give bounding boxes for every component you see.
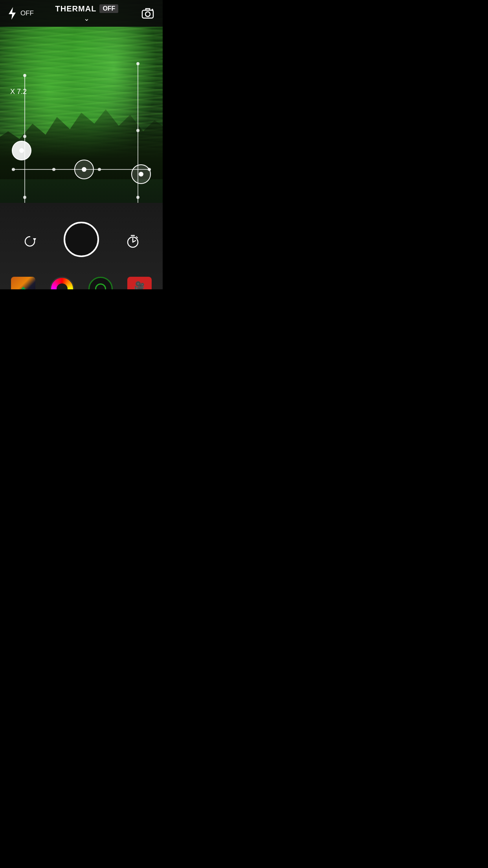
thermal-mode-selector[interactable]: THERMAL OFF ⌄ bbox=[55, 4, 119, 23]
thermal-badge: OFF bbox=[99, 4, 118, 13]
left-slider-thumb[interactable] bbox=[12, 141, 31, 160]
timer-icon bbox=[125, 234, 141, 249]
top-bar: OFF THERMAL OFF ⌄ bbox=[0, 0, 163, 27]
track-dot bbox=[23, 135, 26, 138]
rotate-icon bbox=[22, 234, 38, 249]
thermal-title: THERMAL OFF bbox=[55, 4, 119, 13]
gallery-thumbnail[interactable]: 🌲 bbox=[11, 277, 35, 289]
horizontal-slider-thumb[interactable] bbox=[74, 160, 94, 179]
sliders-overlay: X 7.2 bbox=[0, 27, 163, 203]
camera-switch-button[interactable] bbox=[140, 6, 156, 21]
chevron-down-icon: ⌄ bbox=[84, 14, 90, 23]
shutter-button[interactable] bbox=[64, 222, 99, 257]
camera-flip-icon bbox=[141, 6, 155, 20]
app: OFF THERMAL OFF ⌄ X 7.2 bbox=[0, 0, 163, 289]
track-dot bbox=[23, 74, 26, 77]
track-dot bbox=[23, 196, 26, 199]
track-dot bbox=[136, 129, 139, 132]
track-dot bbox=[136, 62, 139, 65]
svg-line-7 bbox=[136, 237, 138, 238]
video-button[interactable]: 🎥 <> bbox=[127, 277, 152, 289]
horizontal-slider-track[interactable] bbox=[12, 169, 151, 170]
shutter-area bbox=[56, 210, 107, 273]
live-indicator bbox=[95, 283, 106, 289]
video-camera-icon: 🎥 bbox=[134, 281, 145, 289]
flash-group[interactable]: OFF bbox=[7, 7, 34, 20]
track-dot bbox=[136, 196, 139, 199]
h-track-dot bbox=[12, 168, 15, 171]
timer-button[interactable] bbox=[123, 232, 143, 251]
bottom-controls: 🌲 🎥 <> bbox=[0, 203, 163, 289]
svg-point-2 bbox=[145, 12, 150, 17]
tree-icon: 🌲 bbox=[17, 286, 30, 289]
controls-top-row bbox=[0, 203, 163, 273]
h-track-dot bbox=[52, 168, 55, 171]
color-wheel-inner bbox=[57, 283, 68, 289]
svg-marker-0 bbox=[9, 7, 16, 20]
thermal-text: THERMAL bbox=[55, 4, 97, 13]
flash-icon bbox=[7, 7, 17, 20]
color-wheel-button[interactable] bbox=[50, 277, 74, 289]
h-track-dot bbox=[148, 168, 151, 171]
live-button[interactable] bbox=[88, 277, 113, 289]
flash-label: OFF bbox=[20, 9, 34, 17]
h-track-dot bbox=[98, 168, 101, 171]
horizontal-slider-container bbox=[0, 162, 163, 177]
controls-bottom-row: 🌲 🎥 <> bbox=[0, 277, 163, 289]
rotate-button[interactable] bbox=[20, 232, 40, 251]
